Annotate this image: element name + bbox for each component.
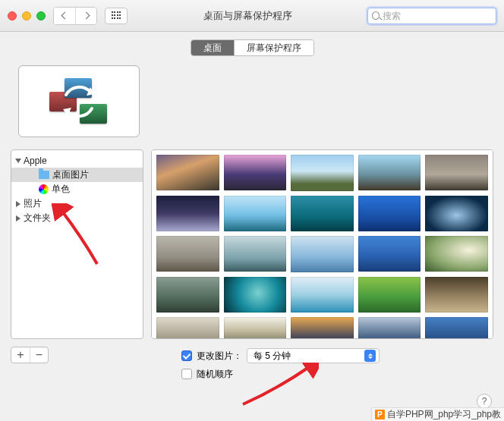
search-field[interactable] [367, 8, 496, 24]
wallpaper-thumbnail[interactable] [425, 277, 488, 313]
sidebar-item-desktop-pictures[interactable]: 桌面图片 [11, 168, 143, 182]
wallpaper-thumbnail[interactable] [425, 155, 488, 190]
wallpaper-thumbnail[interactable] [291, 236, 354, 272]
chevron-left-icon [61, 12, 68, 20]
wallpaper-thumbnail[interactable] [291, 196, 354, 232]
wallpaper-thumbnail[interactable] [156, 277, 219, 313]
folder-icon [39, 171, 49, 179]
sidebar-item-label: 桌面图片 [52, 168, 89, 181]
change-picture-checkbox[interactable] [181, 350, 192, 361]
wallpaper-thumbnail[interactable] [156, 196, 219, 231]
back-button[interactable] [54, 8, 75, 24]
wallpaper-thumbnail[interactable] [425, 317, 488, 339]
sidebar-item-label: Apple [24, 156, 47, 166]
wallpaper-thumbnail[interactable] [358, 277, 421, 313]
minimize-icon[interactable] [22, 11, 31, 20]
wallpaper-thumbnail[interactable] [224, 236, 287, 272]
sidebar-item-label: 照片 [24, 197, 42, 210]
help-button[interactable]: ? [477, 394, 492, 409]
search-input[interactable] [383, 11, 492, 21]
search-icon [372, 11, 380, 20]
add-remove-folder: + − [11, 347, 49, 363]
current-wallpaper-preview [18, 65, 140, 137]
add-button[interactable]: + [11, 347, 30, 363]
forward-button[interactable] [75, 8, 96, 24]
select-arrows-icon [364, 350, 376, 362]
change-picture-label: 更改图片： [197, 350, 242, 363]
sidebar-item-label: 单色 [52, 183, 70, 196]
cycle-wallpaper-icon [49, 78, 109, 125]
wallpaper-thumbnail[interactable] [425, 196, 488, 231]
chevron-right-icon [83, 12, 90, 20]
wallpaper-thumbnail[interactable] [291, 317, 354, 339]
footer-text: 自学PHP网_php学习_php教 [387, 408, 501, 421]
wallpaper-thumbnail[interactable] [156, 236, 219, 272]
disclosure-triangle-icon[interactable] [16, 215, 20, 221]
colorwheel-icon [39, 184, 49, 194]
wallpaper-thumbnail[interactable] [358, 196, 421, 231]
wallpaper-thumbnail[interactable] [291, 277, 354, 313]
disclosure-triangle-icon[interactable] [16, 201, 20, 207]
wallpaper-thumbnail[interactable] [358, 155, 421, 190]
wallpaper-thumbnail[interactable] [358, 236, 421, 272]
wallpaper-thumbnail[interactable] [425, 236, 488, 272]
sidebar-item-folders[interactable]: 文件夹 [11, 211, 143, 225]
wallpaper-thumbnail[interactable] [224, 155, 287, 190]
disclosure-triangle-icon[interactable] [15, 159, 21, 163]
wallpaper-grid[interactable] [151, 149, 493, 339]
sidebar-item-photos[interactable]: 照片 [11, 196, 143, 211]
tab-screensaver[interactable]: 屏幕保护程序 [234, 40, 313, 55]
logo-icon: P [375, 410, 385, 419]
titlebar: 桌面与屏幕保护程序 [0, 0, 504, 32]
change-interval-value: 每 5 分钟 [254, 350, 291, 363]
content-area: 桌面 屏幕保护程序 Apple 桌面图片 单色 [0, 32, 504, 421]
wallpaper-thumbnail[interactable] [156, 317, 219, 339]
wallpaper-thumbnail[interactable] [358, 317, 421, 339]
nav-back-forward [53, 7, 97, 25]
window-title: 桌面与屏幕保护程序 [135, 9, 360, 23]
sidebar-item-label: 文件夹 [24, 212, 51, 225]
random-order-checkbox[interactable] [181, 369, 192, 379]
wallpaper-thumbnail[interactable] [291, 155, 354, 191]
tab-bar: 桌面 屏幕保护程序 [11, 39, 493, 56]
window-controls [8, 11, 46, 20]
sidebar-item-apple[interactable]: Apple [11, 153, 143, 168]
source-sidebar[interactable]: Apple 桌面图片 单色 照片 文件夹 [11, 149, 143, 339]
sidebar-item-solid-colors[interactable]: 单色 [11, 182, 143, 196]
wallpaper-thumbnail[interactable] [224, 196, 287, 231]
show-all-button[interactable] [105, 8, 128, 24]
wallpaper-thumbnail[interactable] [224, 317, 287, 339]
remove-button[interactable]: − [30, 347, 48, 363]
change-interval-select[interactable]: 每 5 分钟 [247, 348, 380, 363]
zoom-icon[interactable] [36, 11, 46, 20]
tab-desktop[interactable]: 桌面 [191, 40, 234, 55]
grid-icon [112, 11, 121, 20]
wallpaper-thumbnail[interactable] [224, 277, 287, 313]
random-order-label: 随机顺序 [197, 368, 233, 381]
close-icon[interactable] [8, 11, 17, 20]
page-footer-watermark: P 自学PHP网_php学习_php教 [371, 407, 504, 421]
wallpaper-thumbnail[interactable] [156, 155, 219, 190]
